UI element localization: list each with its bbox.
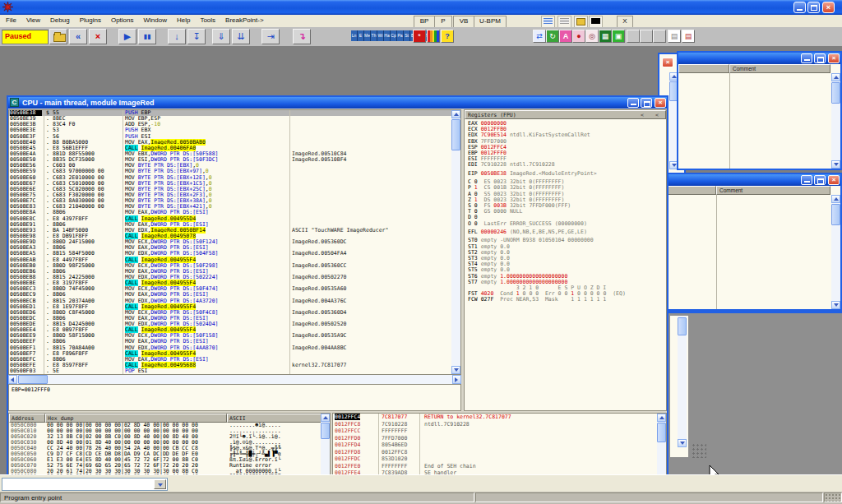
disasm-row[interactable]: 0050BF03.5EPOP ESI xyxy=(9,368,460,374)
scroll-down-icon[interactable] xyxy=(678,439,687,447)
scroll-down-icon[interactable] xyxy=(831,160,840,169)
open-file-button[interactable] xyxy=(49,29,67,44)
comment-window-top[interactable]: × Comment xyxy=(677,51,842,170)
scroll-right-icon[interactable] xyxy=(452,375,461,384)
disasm-row[interactable]: 0050BEF7.E8 F896F8FFCALL ImageRed.004955… xyxy=(9,351,460,357)
menu-button-p[interactable]: P xyxy=(434,16,452,28)
toolbar-blank-button-1[interactable] xyxy=(627,30,640,43)
close-button[interactable]: × xyxy=(828,53,840,63)
toolbar-st-button[interactable]: St xyxy=(404,30,410,41)
comment-window-top-titlebar[interactable]: × xyxy=(678,53,840,64)
toolbar-wi-button[interactable]: Wi xyxy=(377,30,384,41)
disasm-row[interactable]: 0050BEB0.8B0D 98F25000MOV ECX,DWORD PTR … xyxy=(9,263,460,269)
close-button[interactable]: × xyxy=(655,98,666,108)
menu-help[interactable]: Help xyxy=(172,15,195,27)
scroll-down-icon[interactable] xyxy=(831,301,840,309)
toolbar-e-button[interactable]: E xyxy=(358,30,364,41)
toolbar-th-button[interactable]: Th xyxy=(371,30,377,41)
disasm-row[interactable]: 0050BE3E.53PUSH EBX xyxy=(9,127,460,133)
minimize-button[interactable] xyxy=(793,2,806,13)
main-titlebar[interactable]: × xyxy=(0,0,842,15)
scrollbar-thumb[interactable] xyxy=(451,119,460,150)
stack-row[interactable]: 0012FFE47C839AD8SE handler xyxy=(333,469,666,474)
options-button[interactable]: * xyxy=(413,30,426,43)
info-pane[interactable]: EBP=0012FFF0 xyxy=(8,384,461,411)
breakpoint-button[interactable]: ● xyxy=(572,30,585,43)
disasm-row[interactable]: 0050BEFE.E8 8597F8FFCALL ImageRed.004956… xyxy=(9,363,460,368)
scroll-up-icon[interactable] xyxy=(451,110,460,118)
disasm-row[interactable]: 0050BE8C.E8 4397F8FFCALL ImageRed.004955… xyxy=(9,216,460,222)
column-header-blank[interactable] xyxy=(663,186,716,195)
disasm-row[interactable]: 0050BE50.8B35 DCF35000MOV ESI,DWORD PTR … xyxy=(9,157,460,163)
history-back-icon[interactable]: < xyxy=(641,112,644,119)
close-button[interactable]: × xyxy=(828,175,840,185)
help-button[interactable]: ? xyxy=(441,30,454,43)
windows-button[interactable]: ▣ xyxy=(612,30,625,43)
disasm-row[interactable]: 0050BEC3.8B0D 74F45000MOV ECX,DWORD PTR … xyxy=(9,286,460,292)
scroll-up-icon[interactable] xyxy=(321,414,330,422)
comment-window-top-scrollbar[interactable] xyxy=(831,73,840,169)
register-line[interactable]: EIP 0050BE38 ImageRed.<ModuleEntryPoint> xyxy=(465,171,666,177)
combobox-dropdown-button[interactable] xyxy=(154,479,166,489)
maximize-button[interactable] xyxy=(814,53,826,63)
scrollbar-thumb[interactable] xyxy=(18,375,48,384)
register-line[interactable]: EDI 7C910228 ntdll.7C910228 xyxy=(465,162,666,168)
disasm-row[interactable]: 0050BE38$55PUSH EBP xyxy=(9,110,460,116)
disasm-row[interactable]: 0050BE83.C683 21040000 00MOV BYTE PTR DS… xyxy=(9,204,460,210)
patch-list-button[interactable]: ▤ xyxy=(682,30,695,43)
menu-tools[interactable]: Tools xyxy=(195,15,220,27)
toolbar-blank-button-3[interactable] xyxy=(653,30,666,43)
appearance-button[interactable] xyxy=(427,30,440,43)
toolbar-ha-button[interactable]: Ha xyxy=(384,30,391,41)
execute-till-return-button[interactable]: ⇥ xyxy=(261,29,280,44)
disassembly-hscrollbar[interactable] xyxy=(8,375,461,384)
statusbar-resize-grip[interactable] xyxy=(824,492,842,502)
column-header-comment[interactable]: Comment xyxy=(716,186,830,195)
scroll-up-icon[interactable] xyxy=(831,195,840,203)
scroll-up-icon[interactable] xyxy=(831,73,840,81)
empty-window-bottom[interactable] xyxy=(661,311,842,474)
menu-button-vb[interactable]: VB xyxy=(453,16,474,28)
refresh-button[interactable]: ↻ xyxy=(546,30,559,43)
scroll-down-icon[interactable] xyxy=(451,366,460,374)
close-program-button[interactable]: × xyxy=(89,29,107,44)
column-header-blank[interactable] xyxy=(678,64,729,73)
toolbar-cp-button[interactable]: Cp xyxy=(391,30,397,41)
stack-row[interactable]: 0012FFD80012FFC8 xyxy=(333,449,666,456)
fragment-close-button[interactable]: × xyxy=(662,58,673,67)
registers-pane[interactable]: Registers (FPU) < < EAX 00000000ECX 0012… xyxy=(464,109,667,411)
stack-row[interactable]: 0012FFCCFFFFFFFF xyxy=(333,428,666,435)
scrollbar-thumb[interactable] xyxy=(831,82,840,104)
stack-pane[interactable]: 0012FFC47C817077RETURN to kernel32.7C817… xyxy=(332,413,667,474)
pause-button[interactable]: ▮▮ xyxy=(138,29,156,44)
disasm-row[interactable]: 0050BEE9.8B0D 58F15000MOV ECX,DWORD PTR … xyxy=(9,333,460,339)
resize-grip[interactable] xyxy=(692,443,706,458)
minimize-button[interactable] xyxy=(801,175,812,185)
dump-scrollbar[interactable] xyxy=(321,414,330,474)
column-header-comment[interactable]: Comment xyxy=(729,64,830,73)
maximize-button[interactable] xyxy=(814,175,826,185)
copy-doc-icon[interactable] xyxy=(541,16,555,28)
toolbar-pa-button[interactable]: Pa xyxy=(397,30,404,41)
notes-icon[interactable] xyxy=(557,16,571,28)
stack-row[interactable]: 0012FFD07FFD7000 xyxy=(333,435,666,442)
toolbar-ln-button[interactable]: Ln xyxy=(351,30,358,41)
toolbar-blank-button-2[interactable] xyxy=(640,30,653,43)
menu-button-ubpm[interactable]: U-BPM xyxy=(474,16,507,28)
console-icon[interactable] xyxy=(589,16,603,28)
dump-pane[interactable]: Address Hex dump ASCII 0050C00000 00 00 … xyxy=(8,413,331,474)
disasm-row[interactable]: 0050BE9D.8B0D 24F15000MOV ECX,DWORD PTR … xyxy=(9,239,460,245)
menu-plugins[interactable]: Plugins xyxy=(75,15,106,27)
register-line[interactable]: EFL 00000246 (NO,NB,E,BE,NS,PE,GE,LE) xyxy=(465,229,666,235)
restore-button[interactable] xyxy=(807,2,820,13)
stack-row[interactable]: 0012FFDC853D1020 xyxy=(333,455,666,463)
menu-options[interactable]: Options xyxy=(106,15,139,27)
menu-file[interactable]: File xyxy=(1,15,21,27)
restart-button[interactable]: « xyxy=(69,29,87,44)
log-list-button[interactable]: ▤ xyxy=(668,30,681,43)
folder-icon[interactable] xyxy=(574,16,588,28)
scroll-up-icon[interactable] xyxy=(657,414,666,422)
disassembly-pane[interactable]: 0050BE38$55PUSH EBP0050BE39.8BECMOV EBP,… xyxy=(8,109,461,375)
command-combobox[interactable] xyxy=(2,478,168,491)
trace-over-button[interactable]: ⇊ xyxy=(232,29,250,44)
